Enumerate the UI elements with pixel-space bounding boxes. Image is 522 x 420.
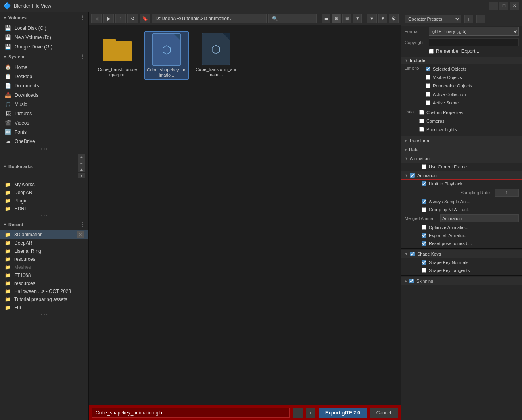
system-more-dots[interactable]: • • • [0, 146, 88, 152]
list-view-button[interactable]: ☰ [322, 14, 330, 23]
bookmarks-more-dots[interactable]: • • • [0, 213, 88, 219]
always-sample-checkbox[interactable] [422, 199, 426, 204]
close-button[interactable]: ✕ [510, 2, 519, 10]
animation-subsection[interactable]: ▼ Animation [401, 171, 522, 180]
recent-item-fur[interactable]: 📁 Fur [0, 304, 88, 312]
recent-item-3d-animation[interactable]: 📁 3D animation ✕ [0, 230, 88, 239]
path-input[interactable] [152, 14, 267, 23]
cancel-button[interactable]: Cancel [370, 408, 398, 418]
filename-input[interactable] [92, 408, 290, 418]
filter-button[interactable]: ▼ [367, 14, 377, 23]
reset-pose-checkbox[interactable] [422, 241, 426, 246]
bookmark-plugin[interactable]: 📁 Plugin [0, 197, 88, 205]
back-button[interactable]: ◀ [91, 14, 102, 23]
system-more[interactable]: ⋮ [79, 54, 85, 60]
optimize-checkbox[interactable] [422, 225, 426, 230]
skinning-checkbox[interactable] [409, 279, 414, 283]
copyright-input[interactable] [429, 38, 519, 46]
filter-down-button[interactable]: ▼ [378, 14, 387, 23]
animation-sub-checkbox[interactable] [410, 173, 415, 178]
active-collection-checkbox[interactable] [426, 92, 430, 97]
maximize-button[interactable]: ☐ [499, 2, 508, 10]
forward-button[interactable]: ▶ [103, 14, 114, 23]
recent-item-lisena[interactable]: 📁 Lisena_Ring [0, 247, 88, 255]
sampling-rate-input[interactable] [495, 189, 519, 197]
sidebar-item-onedrive[interactable]: ☁ OneDrive [0, 137, 88, 146]
sidebar-item-local-disk[interactable]: 💾 Local Disk (C:) [0, 23, 88, 33]
remember-checkbox[interactable] [429, 49, 434, 54]
icon-view-button[interactable]: ⊟ [342, 14, 351, 23]
bookmark-remove-btn[interactable]: − [78, 160, 85, 166]
merged-anim-input[interactable] [440, 214, 519, 222]
volumes-more[interactable]: ⋮ [79, 15, 85, 21]
recent-more[interactable]: ⋮ [79, 221, 85, 228]
punctual-lights-checkbox[interactable] [419, 127, 424, 132]
bookmark-button[interactable]: 🔖 [140, 14, 150, 23]
file-item-folder[interactable]: Cube_transf...on.deeparproj [95, 31, 140, 80]
active-scene-checkbox[interactable] [426, 100, 430, 105]
sidebar-item-downloads[interactable]: 📥 Downloads [0, 90, 88, 100]
sidebar-item-desktop[interactable]: 📋 Desktop [0, 72, 88, 81]
recent-close-btn[interactable]: ✕ [77, 231, 84, 238]
bookmark-down-btn[interactable]: ▼ [78, 173, 85, 178]
transform-section[interactable]: ▶ Transform [401, 136, 522, 145]
recent-section[interactable]: ▼ Recent ⋮ [0, 219, 88, 230]
recent-item-resources2[interactable]: 📁 resources [0, 279, 88, 287]
recent-item-resources[interactable]: 📁 resources [0, 255, 88, 263]
presets-gear-button[interactable]: − [476, 15, 485, 23]
operator-presets-dropdown[interactable]: Operator Presets [405, 15, 461, 23]
shape-keys-checkbox[interactable] [410, 252, 415, 256]
up-button[interactable]: ↑ [115, 14, 126, 23]
volumes-section[interactable]: ▼ Volumes ⋮ [0, 12, 88, 23]
export-armature-checkbox[interactable] [422, 233, 426, 238]
shape-key-tangents-checkbox[interactable] [422, 268, 426, 273]
recent-item-halloween[interactable]: 📁 Halloween ...s - OCT 2023 [0, 287, 88, 295]
skinning-section[interactable]: ▶ Skinning [401, 277, 522, 285]
minimize-button[interactable]: ─ [489, 2, 498, 10]
grid-view-button[interactable]: ⊞ [332, 14, 341, 23]
recent-item-tutorial[interactable]: 📁 Tutorial preparing assets [0, 295, 88, 304]
sidebar-item-home[interactable]: 🏠 Home [0, 62, 88, 72]
bookmarks-section[interactable]: ▼ Bookmarks + − ▲ ▼ [0, 152, 88, 181]
sidebar-item-videos[interactable]: 🎬 Videos [0, 118, 88, 127]
file-item-transform[interactable]: ⬡ Cube_transform_animatio... [194, 31, 238, 80]
group-by-nla-checkbox[interactable] [422, 207, 426, 212]
presets-add-button[interactable]: + [464, 15, 473, 23]
search-input[interactable] [268, 14, 317, 23]
system-section[interactable]: ▼ System ⋮ [0, 51, 88, 62]
visible-objects-checkbox[interactable] [426, 75, 430, 80]
sidebar-item-music[interactable]: 🎵 Music [0, 100, 88, 109]
shape-key-normals-checkbox[interactable] [422, 260, 426, 265]
bookmark-deepar[interactable]: 📁 DeepAR [0, 189, 88, 197]
animation-collapsed-section[interactable]: ▼ Animation [401, 154, 522, 163]
sidebar-item-new-volume[interactable]: 💾 New Volume (D:) [0, 33, 88, 42]
bookmark-add-btn[interactable]: + [78, 154, 85, 160]
bookmark-hdri[interactable]: 📁 HDRI [0, 205, 88, 213]
refresh-button[interactable]: ↺ [127, 14, 138, 23]
recent-more-dots[interactable]: • • • [0, 312, 88, 318]
recent-item-ft1068[interactable]: 📁 FT1068 [0, 271, 88, 279]
sidebar-item-pictures[interactable]: 🖼 Pictures [0, 109, 88, 118]
data-section[interactable]: ▶ Data [401, 145, 522, 154]
bookmark-up-btn[interactable]: ▲ [78, 166, 85, 172]
format-select[interactable]: glTF Binary (.glb) [429, 27, 519, 36]
minus-button[interactable]: − [293, 408, 303, 418]
custom-properties-checkbox[interactable] [419, 110, 424, 115]
recent-item-deepar[interactable]: 📁 DeepAR [0, 239, 88, 247]
shape-keys-section[interactable]: ▼ Shape Keys [401, 250, 522, 258]
export-button[interactable]: Export glTF 2.0 [319, 408, 367, 418]
gear-button[interactable]: ⚙ [389, 14, 399, 23]
use-current-frame-checkbox[interactable] [422, 164, 426, 169]
renderable-objects-checkbox[interactable] [426, 83, 430, 88]
file-item-shapekey[interactable]: ⬡ Cube_shapekey_animatio... [144, 31, 189, 80]
sidebar-item-google-drive[interactable]: 💾 Google Drive (G:) [0, 42, 88, 51]
view-more-button[interactable]: ▼ [353, 14, 362, 23]
cameras-checkbox[interactable] [419, 119, 424, 123]
selected-objects-checkbox[interactable] [426, 67, 430, 71]
sidebar-item-documents[interactable]: 📄 Documents [0, 81, 88, 90]
limit-playback-checkbox[interactable] [422, 181, 426, 186]
sidebar-item-fonts[interactable]: 🔤 Fonts [0, 127, 88, 137]
recent-item-meshes[interactable]: 📁 Meshes [0, 263, 88, 271]
plus-button[interactable]: + [306, 408, 315, 418]
bookmark-my-works[interactable]: 📁 My works [0, 181, 88, 189]
